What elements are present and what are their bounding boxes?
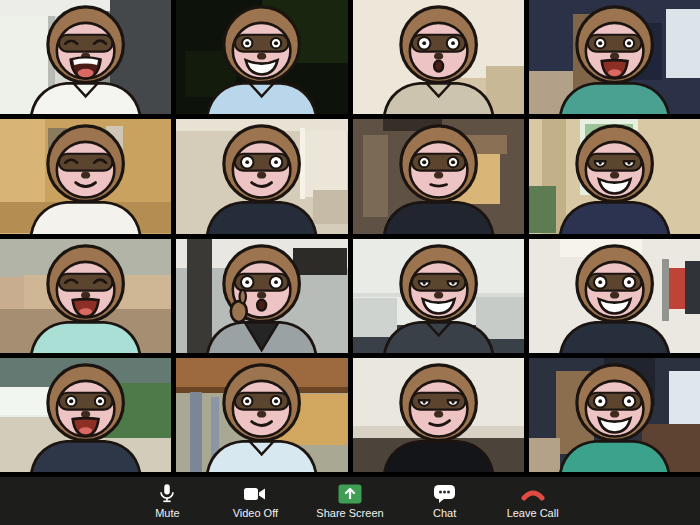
sloth-avatar bbox=[529, 239, 700, 353]
participant-tile[interactable] bbox=[0, 239, 171, 353]
participant-grid bbox=[0, 0, 700, 472]
sloth-avatar bbox=[0, 239, 171, 353]
participant-tile[interactable] bbox=[176, 358, 347, 472]
participant-tile[interactable] bbox=[0, 119, 171, 233]
sloth-avatar bbox=[176, 0, 347, 114]
participant-tile[interactable] bbox=[0, 358, 171, 472]
video-off-label: Video Off bbox=[233, 507, 278, 519]
leave-call-button[interactable]: Leave Call bbox=[506, 483, 560, 519]
share-screen-label: Share Screen bbox=[316, 507, 383, 519]
sloth-avatar bbox=[529, 358, 700, 472]
chat-bubble-icon bbox=[433, 483, 456, 504]
call-toolbar: Mute Video Off Share Screen bbox=[0, 477, 700, 525]
participant-tile[interactable] bbox=[353, 239, 524, 353]
participant-tile[interactable] bbox=[353, 0, 524, 114]
video-camera-icon bbox=[243, 483, 267, 504]
sloth-avatar bbox=[0, 119, 171, 233]
sloth-avatar bbox=[0, 358, 171, 472]
participant-tile[interactable] bbox=[176, 119, 347, 233]
participant-tile[interactable] bbox=[529, 358, 700, 472]
sloth-avatar bbox=[529, 119, 700, 233]
video-off-button[interactable]: Video Off bbox=[228, 483, 282, 519]
participant-tile[interactable] bbox=[529, 119, 700, 233]
participant-tile[interactable] bbox=[353, 119, 524, 233]
sloth-avatar bbox=[353, 119, 524, 233]
sloth-avatar bbox=[176, 358, 347, 472]
sloth-avatar bbox=[353, 239, 524, 353]
phone-hangup-icon bbox=[520, 483, 546, 504]
mute-button[interactable]: Mute bbox=[140, 483, 194, 519]
share-screen-icon bbox=[338, 483, 362, 504]
participant-tile[interactable] bbox=[529, 0, 700, 114]
leave-call-label: Leave Call bbox=[507, 507, 559, 519]
sloth-avatar bbox=[176, 119, 347, 233]
sloth-avatar bbox=[0, 0, 171, 114]
sloth-avatar bbox=[353, 358, 524, 472]
mute-label: Mute bbox=[155, 507, 179, 519]
chat-label: Chat bbox=[433, 507, 456, 519]
participant-tile[interactable] bbox=[529, 239, 700, 353]
participant-tile[interactable] bbox=[0, 0, 171, 114]
sloth-avatar bbox=[529, 0, 700, 114]
participant-tile[interactable] bbox=[176, 239, 347, 353]
share-screen-button[interactable]: Share Screen bbox=[316, 483, 383, 519]
participant-tile[interactable] bbox=[176, 0, 347, 114]
video-call-window: Mute Video Off Share Screen bbox=[0, 0, 700, 525]
sloth-avatar bbox=[353, 0, 524, 114]
sloth-avatar bbox=[176, 239, 347, 353]
participant-tile[interactable] bbox=[353, 358, 524, 472]
microphone-icon bbox=[156, 483, 178, 504]
chat-button[interactable]: Chat bbox=[418, 483, 472, 519]
